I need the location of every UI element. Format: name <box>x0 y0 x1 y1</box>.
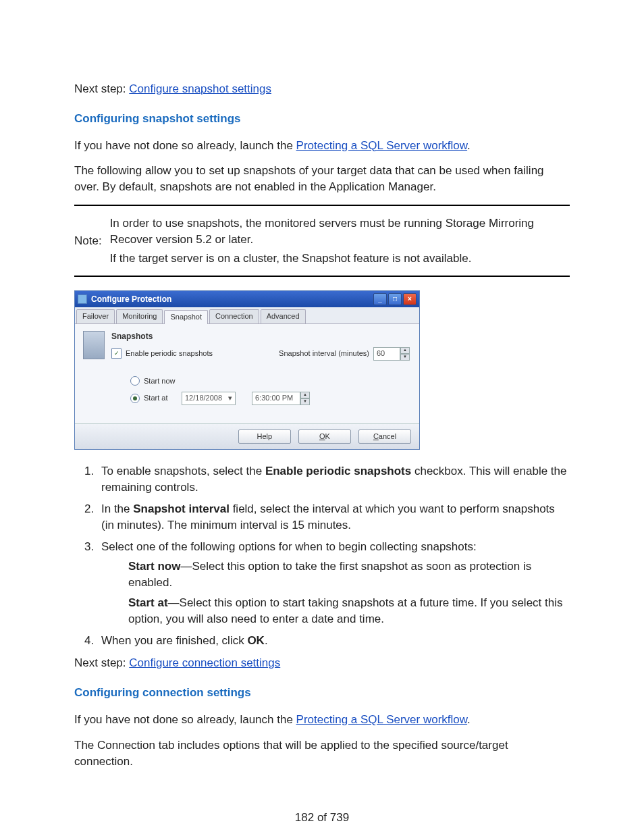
sec1-p2: The following allow you to set up snapsh… <box>74 163 570 195</box>
interval-down[interactable]: ▼ <box>400 354 410 361</box>
heading-configuring-snapshot: Configuring snapshot settings <box>74 111 570 127</box>
interval-up[interactable]: ▲ <box>400 347 410 354</box>
time-value[interactable]: 6:30:00 PM <box>252 392 300 405</box>
page-footer: 182 of 739 <box>74 810 570 826</box>
panel-title: Snapshots <box>111 331 410 342</box>
next-step-intro: Next step: Configure snapshot settings <box>74 81 570 97</box>
panel-icon <box>83 331 105 359</box>
cancel-button[interactable]: Cancel <box>358 429 411 444</box>
configure-protection-dialog: Configure Protection _ □ × Failover Moni… <box>74 290 420 450</box>
interval-value[interactable]: 60 <box>373 347 400 361</box>
interval-spinner[interactable]: 60 ▲ ▼ <box>373 347 410 361</box>
enable-snapshots-label: Enable periodic snapshots <box>126 348 213 359</box>
app-icon <box>78 294 87 304</box>
enable-snapshots-checkbox[interactable]: ✓ <box>111 348 122 359</box>
tab-advanced[interactable]: Advanced <box>261 309 306 323</box>
dialog-button-bar: Help OK Cancel <box>75 423 419 449</box>
radio-start-now-label: Start now <box>144 376 175 386</box>
step-3: Select one of the following options for … <box>97 539 570 627</box>
titlebar: Configure Protection _ □ × <box>75 291 419 307</box>
time-up[interactable]: ▲ <box>300 392 310 398</box>
radio-start-at[interactable] <box>130 394 140 403</box>
link-configure-snapshot[interactable]: Configure snapshot settings <box>129 82 271 95</box>
maximize-button[interactable]: □ <box>388 293 402 305</box>
ok-button[interactable]: OK <box>298 429 351 444</box>
interval-label: Snapshot interval (minutes) <box>279 348 369 359</box>
radio-start-at-label: Start at <box>144 393 178 403</box>
note-line2: If the target server is on a cluster, th… <box>110 251 570 267</box>
step-3-start-at: Start at—Select this option to start tak… <box>128 595 570 627</box>
sec2-p2: The Connection tab includes options that… <box>74 737 570 770</box>
note-line1: In order to use snapshots, the monitored… <box>110 215 570 248</box>
next-step-outro: Next step: Configure connection settings <box>74 655 570 671</box>
tab-failover[interactable]: Failover <box>76 309 115 323</box>
step-3-start-now: Start now—Select this option to take the… <box>128 558 570 591</box>
radio-start-now[interactable] <box>130 376 140 386</box>
help-button[interactable]: Help <box>238 429 291 444</box>
tab-connection[interactable]: Connection <box>209 309 259 323</box>
minimize-button[interactable]: _ <box>373 293 387 305</box>
sec2-p1: If you have not done so already, launch … <box>74 712 570 728</box>
sec1-p1: If you have not done so already, launch … <box>74 138 570 154</box>
time-spinner[interactable]: 6:30:00 PM ▲ ▼ <box>252 392 310 405</box>
tabs-row: Failover Monitoring Snapshot Connection … <box>75 307 419 323</box>
steps-list: To enable snapshots, select the Enable p… <box>74 463 570 648</box>
tab-monitoring[interactable]: Monitoring <box>116 309 163 323</box>
next-step-label-2: Next step: <box>74 656 129 669</box>
tab-snapshot[interactable]: Snapshot <box>164 310 207 323</box>
heading-configuring-connection: Configuring connection settings <box>74 685 570 701</box>
chevron-down-icon: ▾ <box>228 393 232 403</box>
step-1: To enable snapshots, select the Enable p… <box>97 463 570 496</box>
step-4: When you are finished, click OK. <box>97 633 570 649</box>
note-box: Note: In order to use snapshots, the mon… <box>74 205 570 277</box>
link-protecting-sql-2[interactable]: Protecting a SQL Server workflow <box>296 713 468 726</box>
window-title: Configure Protection <box>91 294 171 305</box>
link-protecting-sql-1[interactable]: Protecting a SQL Server workflow <box>296 139 468 152</box>
note-label: Note: <box>74 233 102 249</box>
close-button[interactable]: × <box>403 293 417 305</box>
date-field[interactable]: 12/18/2008▾ <box>182 392 236 405</box>
next-step-label: Next step: <box>74 82 129 95</box>
step-2: In the Snapshot interval field, select t… <box>97 501 570 533</box>
link-configure-connection[interactable]: Configure connection settings <box>129 656 280 669</box>
time-down[interactable]: ▼ <box>300 398 310 405</box>
